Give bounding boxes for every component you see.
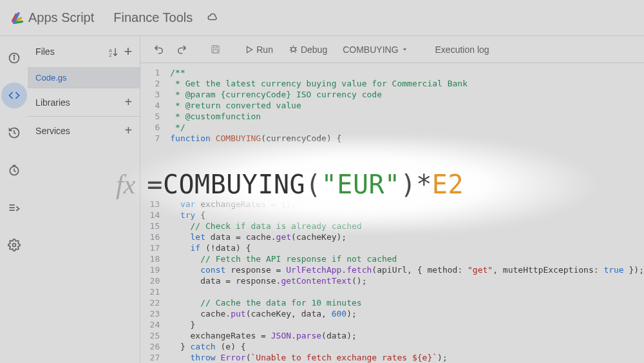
libraries-label: Libraries [35,97,70,108]
file-item-code-gs[interactable]: Code.gs [28,67,140,88]
editor-icon[interactable] [1,83,27,108]
product-name: Apps Script [28,10,94,25]
svg-line-17 [290,47,291,48]
project-title[interactable]: Finance Tools [113,10,193,25]
add-service-icon[interactable]: + [125,123,133,138]
debug-button[interactable]: Debug [283,42,332,57]
svg-line-21 [291,52,292,53]
svg-point-15 [291,47,295,51]
svg-point-2 [14,55,14,56]
chevron-down-icon [401,46,408,53]
undo-icon[interactable] [149,41,167,59]
code-content[interactable]: /** * Get the latest currency buying val… [166,63,644,363]
settings-icon[interactable] [1,232,27,258]
svg-marker-14 [247,46,252,52]
svg-rect-13 [213,50,218,53]
files-sidebar: Files AZ + Code.gs Libraries + Services … [28,36,140,363]
execution-log-button[interactable]: Execution log [429,42,496,57]
run-button[interactable]: Run [240,42,278,57]
function-selector[interactable]: COMBUYING [337,42,413,57]
svg-line-18 [296,47,297,48]
files-header: Files AZ + [28,36,140,67]
line-number-gutter: 1234567131415161718192021222324252627 [140,63,166,363]
main-area: Files AZ + Code.gs Libraries + Services … [0,36,644,363]
info-icon[interactable] [1,45,27,71]
run-label: Run [256,44,273,55]
apps-script-logo-icon [10,11,24,25]
svg-marker-23 [402,48,406,50]
add-library-icon[interactable]: + [125,95,133,110]
sort-icon[interactable]: AZ [108,46,118,57]
libraries-section: Libraries + [28,88,140,116]
svg-rect-12 [213,46,217,48]
product-logo: Apps Script [10,10,94,25]
debug-label: Debug [301,44,327,55]
services-section: Services + [28,116,140,144]
top-header: Apps Script Finance Tools [0,0,644,36]
editor-pane: Run Debug COMBUYING Execution log 123456… [140,36,644,363]
cloud-saved-icon [207,11,218,25]
svg-point-7 [12,244,15,247]
add-file-icon[interactable]: + [124,43,132,60]
svg-text:Z: Z [109,52,113,57]
services-label: Services [35,126,70,136]
triggers-icon[interactable] [1,157,27,183]
files-title: Files [35,46,102,57]
svg-line-22 [294,52,296,53]
nav-sidebar [0,36,28,363]
function-selected-label: COMBUYING [343,44,398,55]
history-icon[interactable] [1,120,27,146]
redo-icon[interactable] [173,41,191,59]
save-icon[interactable] [206,41,224,59]
editor-toolbar: Run Debug COMBUYING Execution log [140,36,644,63]
code-editor[interactable]: 1234567131415161718192021222324252627 /*… [140,63,644,363]
executions-icon[interactable] [1,195,27,221]
